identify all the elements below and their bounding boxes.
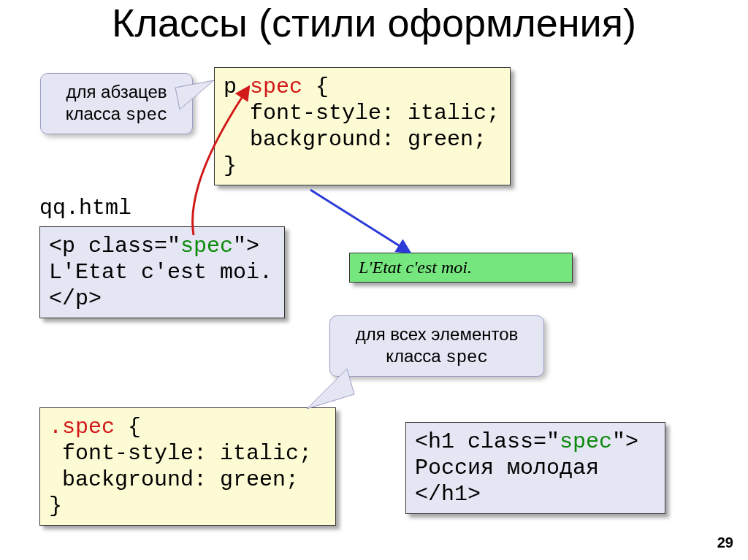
html2-l1b: spec (560, 429, 612, 454)
html-code-p: <p class="spec"> L'Etat c'est moi. </p> (39, 226, 285, 318)
callout-paragraph-spec: для абзацев класса spec (40, 73, 193, 134)
css1-l4: } (224, 153, 237, 178)
callout2-line2a: класса (386, 346, 446, 366)
css-code-p-spec: p.spec { font-style: italic; background:… (214, 67, 511, 185)
callout-all-spec: для всех элементов класса spec (329, 315, 544, 377)
callout1-line1: для абзацев (66, 82, 167, 101)
css1-l3: background: green; (224, 127, 486, 152)
html-code-h1: <h1 class="spec"> Россия молодая </h1> (405, 422, 665, 514)
css2-l2: font-style: italic; (49, 441, 312, 466)
html2-l3: </h1> (415, 482, 481, 507)
callout1-line2a: класса (66, 104, 126, 123)
html1-l1a: <p class=" (49, 234, 180, 258)
css1-l1b: .spec (237, 74, 302, 99)
css1-l1c: { (302, 74, 329, 99)
slide-title: Классы (стили оформления) (0, 0, 748, 45)
css2-l3: background: green; (49, 467, 299, 492)
html1-l3: </p> (49, 286, 102, 311)
filename-label: qq.html (39, 196, 131, 220)
rendered-output: L'Etat c'est moi. (349, 253, 573, 283)
css2-l1b: { (115, 415, 141, 440)
callout1-line2b: spec (126, 105, 168, 125)
css2-l4: } (49, 494, 62, 518)
html1-l1b: spec (180, 234, 233, 258)
callout2-line2b: spec (446, 348, 488, 367)
css2-l1a: .spec (49, 415, 115, 440)
html2-l1c: "> (612, 429, 638, 454)
html1-l2: L'Etat c'est moi. (49, 260, 272, 285)
css1-l1a: p (224, 74, 237, 99)
css1-l2: font-style: italic; (224, 101, 500, 126)
page-number: 29 (717, 534, 733, 551)
html1-l1c: "> (233, 234, 259, 258)
css-code-spec: .spec { font-style: italic; background: … (39, 407, 336, 526)
html2-l1a: <h1 class=" (415, 429, 560, 454)
html2-l2: Россия молодая (415, 456, 599, 480)
callout2-line1: для всех элементов (356, 324, 519, 344)
